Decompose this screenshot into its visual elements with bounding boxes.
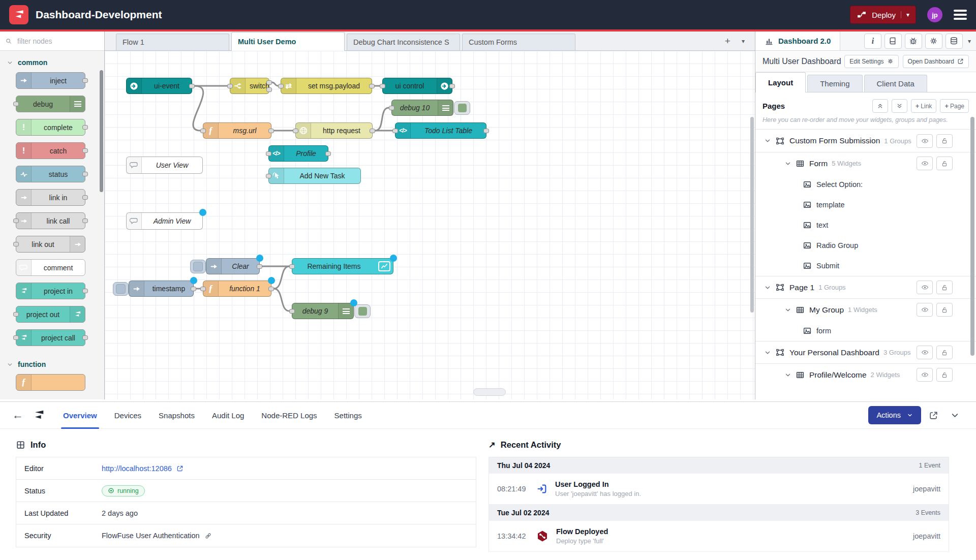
sidebar-menu-caret-icon[interactable]: ▾ <box>968 38 971 45</box>
palette-node-comment[interactable]: comment <box>16 259 85 276</box>
unlock-button[interactable] <box>936 346 953 359</box>
output-port[interactable] <box>449 84 455 88</box>
tree-group-my-group[interactable]: My Group 1 Widgets <box>755 298 976 321</box>
tree-page-your-personal-dashboard[interactable]: Your Personal Dashboard 3 Groups <box>755 341 976 363</box>
tab-node-red-logs[interactable]: Node-RED Logs <box>254 402 324 429</box>
node-inject-clear[interactable]: Clear <box>206 258 260 274</box>
unlock-button[interactable] <box>936 281 953 294</box>
tree-page-page-1[interactable]: Page 1 1 Groups <box>755 276 976 298</box>
output-port-2[interactable] <box>266 87 272 92</box>
filter-nodes-input[interactable] <box>16 37 99 46</box>
config-gear-button[interactable] <box>925 34 942 49</box>
open-editor-external-icon[interactable] <box>924 406 942 424</box>
help-book-button[interactable] <box>884 34 902 49</box>
actions-button[interactable]: Actions <box>868 406 921 424</box>
output-port[interactable] <box>325 151 331 156</box>
tab-multi-user-demo[interactable]: Multi User Demo <box>231 32 345 51</box>
tree-group-profile-welcome[interactable]: Profile/Welcome 2 Widgets <box>755 363 976 386</box>
palette-node-link-in[interactable]: link in <box>16 189 85 206</box>
tab-snapshots[interactable]: Snapshots <box>151 402 202 429</box>
palette-node-inject[interactable]: inject <box>16 72 85 89</box>
flowfuse-logo-icon[interactable] <box>9 5 28 24</box>
node-function-1[interactable]: ƒ function 1 <box>203 281 271 297</box>
context-data-button[interactable] <box>946 34 963 49</box>
palette-node-link-call[interactable]: link call <box>16 212 85 229</box>
canvas-scrollbar[interactable] <box>750 117 754 313</box>
palette-node-project-out[interactable]: project out <box>16 306 85 323</box>
visibility-eye-button[interactable] <box>917 157 933 170</box>
activity-event-user-logged-in[interactable]: 08:21:49 User Logged In User 'joepavitt'… <box>489 474 949 505</box>
tree-widget-select-option[interactable]: Select Option: <box>755 174 976 195</box>
tree-widget-radio-group[interactable]: Radio Group <box>755 235 976 256</box>
input-port[interactable] <box>266 174 271 178</box>
palette-node-project-in[interactable]: project in <box>16 283 85 299</box>
node-set-msg-payload[interactable]: ⇄ set msg.payload <box>281 78 372 94</box>
add-link-button[interactable]: +Link <box>911 99 937 113</box>
output-port[interactable] <box>268 129 274 133</box>
tree-widget-text[interactable]: text <box>755 215 976 235</box>
debug-toggle-button[interactable] <box>354 304 371 318</box>
tree-group-form[interactable]: Form 5 Widgets <box>755 152 976 174</box>
node-ui-event[interactable]: ui-event <box>126 78 192 94</box>
collapse-all-button[interactable] <box>872 99 888 113</box>
tab-flow-1[interactable]: Flow 1 <box>116 34 229 50</box>
deploy-menu-caret-icon[interactable]: ▾ <box>901 11 909 18</box>
node-http-request[interactable]: http request <box>295 122 373 139</box>
palette-node-complete[interactable]: ! complete <box>16 119 85 136</box>
collapse-panel-chevron-icon[interactable] <box>946 406 964 424</box>
tab-custom-forms[interactable]: Custom Forms <box>462 34 575 50</box>
output-port[interactable] <box>483 129 489 133</box>
node-add-new-task[interactable]: Add New Task <box>268 168 361 184</box>
tree-widget-template[interactable]: template <box>755 195 976 215</box>
tab-theming[interactable]: Theming <box>807 75 862 92</box>
output-port[interactable] <box>369 84 375 88</box>
input-port[interactable] <box>266 151 271 156</box>
unlock-button[interactable] <box>936 134 953 148</box>
palette-category-function[interactable]: function <box>0 353 104 374</box>
output-port[interactable] <box>257 264 262 269</box>
tree-widget-form[interactable]: form <box>755 321 976 341</box>
output-port-1[interactable] <box>266 80 272 85</box>
add-page-button[interactable]: +Page <box>940 99 969 113</box>
input-port[interactable] <box>289 309 295 314</box>
open-dashboard-button[interactable]: Open Dashboard <box>903 55 969 68</box>
activity-event-flow-deployed[interactable]: 13:34:42 Flow Deployed Deploy type 'full… <box>489 521 949 552</box>
info-tool-button[interactable]: i <box>864 34 881 49</box>
tab-list-caret-icon[interactable]: ▾ <box>742 38 745 45</box>
node-profile[interactable]: </> Profile <box>268 145 328 162</box>
input-port[interactable] <box>289 264 295 269</box>
tab-dashboard-2[interactable]: Dashboard 2.0 <box>755 32 840 50</box>
input-port[interactable] <box>200 287 206 291</box>
add-flow-button[interactable]: + <box>725 36 730 47</box>
node-comment-admin-view[interactable]: Admin View <box>126 212 203 230</box>
output-port[interactable] <box>370 129 375 133</box>
deploy-button[interactable]: Deploy ▾ <box>850 6 916 24</box>
node-todo-list-table[interactable]: </> Todo List Table <box>395 122 486 139</box>
tree-page-custom-form-submission[interactable]: Custom Form Submission 1 Groups <box>755 130 976 152</box>
debug-toggle-button[interactable] <box>454 101 470 115</box>
main-menu-icon[interactable] <box>954 10 967 20</box>
editor-link[interactable]: http://localhost:12086 <box>102 464 172 473</box>
palette-node-catch[interactable]: ! catch <box>16 142 85 159</box>
visibility-eye-button[interactable] <box>917 134 933 148</box>
unlock-button[interactable] <box>936 303 953 317</box>
panel-resize-handle[interactable] <box>473 388 506 396</box>
inject-button[interactable] <box>190 260 206 273</box>
input-port[interactable] <box>389 106 394 110</box>
palette-scrollbar[interactable] <box>100 70 103 192</box>
expand-all-button[interactable] <box>892 99 907 113</box>
sidebar-scrollbar[interactable] <box>970 117 974 356</box>
user-avatar[interactable]: jp <box>927 7 942 22</box>
palette-node-function-partial[interactable]: ƒ <box>16 374 85 391</box>
node-remaining-items[interactable]: Remaining Items <box>292 258 393 274</box>
tab-devices[interactable]: Devices <box>107 402 148 429</box>
visibility-eye-button[interactable] <box>917 346 933 359</box>
node-debug-10[interactable]: debug 10 <box>391 100 453 116</box>
tree-widget-submit[interactable]: Submit <box>755 256 976 276</box>
input-port[interactable] <box>227 84 233 88</box>
node-msg-url[interactable]: ƒ msg.url <box>203 122 271 139</box>
flow-canvas[interactable]: ui-event switch ⇄ set msg.payload <box>105 51 755 399</box>
tab-debug-chart[interactable]: Debug Chart Inconsistence S <box>347 34 460 50</box>
unlock-button[interactable] <box>936 368 953 382</box>
chain-link-icon[interactable] <box>204 532 212 540</box>
